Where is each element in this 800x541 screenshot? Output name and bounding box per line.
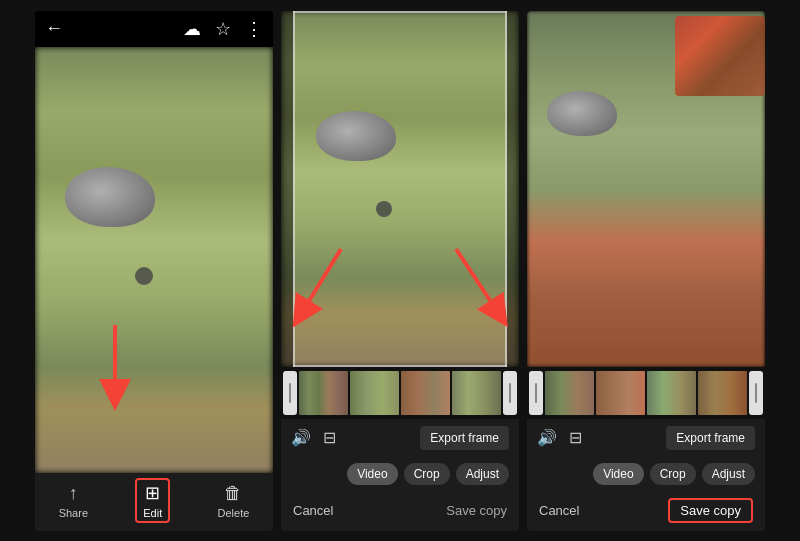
rock-1 — [65, 167, 155, 227]
strip-frame-4-3 — [698, 371, 747, 415]
tab-crop-2[interactable]: Crop — [404, 463, 450, 485]
crop-right-line — [505, 11, 507, 367]
cancel-button-3[interactable]: Cancel — [539, 503, 579, 518]
display-icon-2[interactable]: ⊟ — [323, 428, 336, 447]
tabs-row-3: Video Crop Adjust — [527, 457, 765, 491]
strip-frame-2 — [350, 371, 399, 415]
export-button-3[interactable]: Export frame — [666, 426, 755, 450]
edit-icon: ⊞ — [145, 482, 160, 504]
video-strip-2 — [281, 367, 519, 419]
share-label: Share — [59, 507, 88, 519]
object-2 — [376, 201, 392, 217]
crop-top-line — [293, 11, 507, 13]
strip-frame-3-3 — [647, 371, 696, 415]
top-bar-1: ← ☁ ☆ ⋮ — [35, 11, 273, 47]
rock-3 — [547, 91, 617, 136]
toolbar-share[interactable]: ↑ Share — [59, 483, 88, 519]
tab-video-3[interactable]: Video — [593, 463, 643, 485]
panel-2: 🔊 ⊟ Export frame Video Crop Adjust Cance… — [281, 11, 519, 531]
volume-icon-3[interactable]: 🔊 — [537, 428, 557, 447]
tab-video-2[interactable]: Video — [347, 463, 397, 485]
cancel-button-2[interactable]: Cancel — [293, 503, 333, 518]
bottom-toolbar-1: ↑ Share ⊞ Edit 🗑 Delete — [35, 473, 273, 531]
tab-adjust-2[interactable]: Adjust — [456, 463, 509, 485]
image-area-3 — [527, 11, 765, 367]
crop-right-overlay — [507, 11, 519, 367]
controls-row-3: 🔊 ⊟ Export frame — [527, 419, 765, 457]
strip-handle-left-3[interactable] — [529, 371, 543, 415]
action-row-3: Cancel Save copy — [527, 491, 765, 531]
logs-object — [675, 16, 765, 96]
strip-frame-3 — [401, 371, 450, 415]
toolbar-edit[interactable]: ⊞ Edit — [135, 478, 170, 523]
scene-bg-2 — [281, 11, 519, 367]
object-1 — [135, 267, 153, 285]
panel-1: ← ☁ ☆ ⋮ — [35, 11, 273, 531]
controls-row-2: 🔊 ⊟ Export frame — [281, 419, 519, 457]
tab-crop-3[interactable]: Crop — [650, 463, 696, 485]
cloud-icon[interactable]: ☁ — [183, 18, 201, 40]
toolbar-delete[interactable]: 🗑 Delete — [218, 483, 250, 519]
save-button-2[interactable]: Save copy — [446, 503, 507, 518]
action-row-2: Cancel Save copy — [281, 491, 519, 531]
main-container: ← ☁ ☆ ⋮ — [0, 0, 800, 541]
save-button-3[interactable]: Save copy — [668, 498, 753, 523]
tab-adjust-3[interactable]: Adjust — [702, 463, 755, 485]
more-icon[interactable]: ⋮ — [245, 18, 263, 40]
scene-bg-1 — [35, 47, 273, 473]
delete-icon: 🗑 — [224, 483, 242, 504]
edit-label: Edit — [143, 507, 162, 519]
strip-frame-2-3 — [596, 371, 645, 415]
volume-icon-2[interactable]: 🔊 — [291, 428, 311, 447]
top-bar-actions: ☁ ☆ ⋮ — [183, 18, 263, 40]
image-area-2 — [281, 11, 519, 367]
rock-2 — [316, 111, 396, 161]
image-area-1 — [35, 47, 273, 473]
crop-left-line — [293, 11, 295, 367]
export-button-2[interactable]: Export frame — [420, 426, 509, 450]
display-icon-3[interactable]: ⊟ — [569, 428, 582, 447]
crop-left-overlay — [281, 11, 293, 367]
strip-frame-1-3 — [545, 371, 594, 415]
strip-frame-1 — [299, 371, 348, 415]
star-icon[interactable]: ☆ — [215, 18, 231, 40]
delete-label: Delete — [218, 507, 250, 519]
tabs-row-2: Video Crop Adjust — [281, 457, 519, 491]
video-strip-3 — [527, 367, 765, 419]
strip-frame-4 — [452, 371, 501, 415]
panel-3: 🔊 ⊟ Export frame Video Crop Adjust Cance… — [527, 11, 765, 531]
share-icon: ↑ — [69, 483, 78, 504]
strip-handle-right-3[interactable] — [749, 371, 763, 415]
strip-handle-right[interactable] — [503, 371, 517, 415]
strip-handle-left[interactable] — [283, 371, 297, 415]
back-icon[interactable]: ← — [45, 18, 63, 39]
